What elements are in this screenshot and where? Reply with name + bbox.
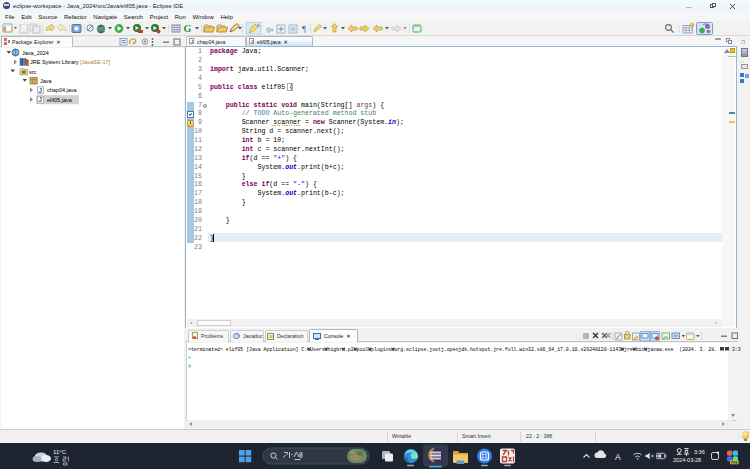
svg-text:G: G	[184, 23, 192, 34]
svg-text:A: A	[615, 452, 621, 462]
svg-text:¶: ¶	[302, 24, 306, 34]
svg-text:11°C: 11°C	[53, 449, 67, 455]
svg-text:PRE: PRE	[731, 461, 739, 465]
svg-text:J: J	[38, 96, 42, 103]
svg-text:J: J	[38, 87, 42, 94]
